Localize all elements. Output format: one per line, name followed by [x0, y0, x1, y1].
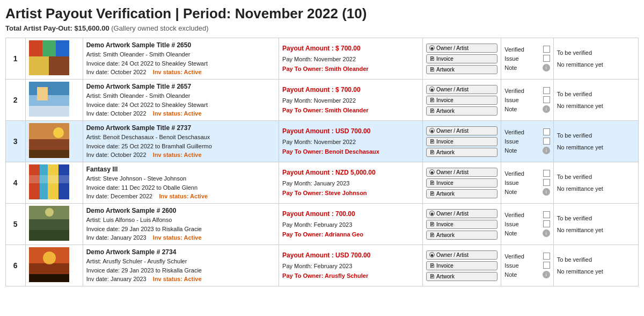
svg-rect-21	[29, 175, 69, 183]
payout-info-3: Payout Amount : USD 700.00 Pay Month: No…	[279, 121, 423, 162]
payout-amount-1: Payout Amount : $ 700.00	[282, 43, 419, 54]
svg-point-26	[45, 208, 54, 217]
invoice-button-1[interactable]: 🖹 Invoice	[426, 54, 497, 63]
owner-artist-button-3[interactable]: ◉ Owner / Artist	[426, 126, 497, 135]
note-info-icon-3[interactable]: i	[543, 147, 550, 154]
owner-icon-2: ◉	[429, 87, 435, 92]
check-col-1: Verified Issue Note i	[501, 38, 553, 80]
status1-3: To be verified	[557, 130, 635, 141]
artwork-thumbnail-1	[25, 38, 83, 80]
owner-artist-button-4[interactable]: ◉ Owner / Artist	[426, 168, 497, 177]
payout-table: 1 Demo Artwork Sample Title # 2650 Artis…	[5, 38, 639, 286]
note-info-icon-4[interactable]: i	[543, 188, 550, 196]
owner-artist-button-1[interactable]: ◉ Owner / Artist	[426, 44, 497, 53]
issue-checkbox-6[interactable]	[543, 262, 550, 269]
note-info-icon-2[interactable]: i	[543, 105, 550, 113]
svg-point-31	[43, 252, 56, 264]
status1-6: To be verified	[557, 254, 635, 265]
owner-artist-button-6[interactable]: ◉ Owner / Artist	[426, 250, 497, 260]
artwork-invstatus-1: Inv status: Active	[153, 69, 202, 75]
svg-rect-10	[37, 87, 48, 100]
owner-artist-button-5[interactable]: ◉ Owner / Artist	[426, 209, 497, 218]
status1-2: To be verified	[557, 88, 635, 100]
payout-info-5: Payout Amount : 700.00 Pay Month: Februa…	[279, 204, 423, 245]
payout-info-6: Payout Amount : USD 700.00 Pay Month: Fe…	[279, 245, 423, 286]
table-row: 1 Demo Artwork Sample Title # 2650 Artis…	[6, 38, 639, 80]
artwork-button-3[interactable]: 🖹 Artwork	[426, 148, 497, 157]
row-number-1: 1	[6, 38, 26, 80]
note-info-icon-6[interactable]: i	[543, 271, 550, 278]
artwork-invoice-2: Invoice date: 24 Oct 2022 to Sheakley St…	[86, 100, 275, 110]
pay-to-1: Pay To Owner: Smith Oleander	[282, 64, 419, 74]
invoice-button-4[interactable]: 🖹 Invoice	[426, 178, 497, 188]
status1-1: To be verified	[557, 47, 635, 59]
page-title: Artist Payout Verification | Period: Nov…	[5, 5, 639, 22]
artwork-invdate-6: Inv date: January 2023 Inv status: Activ…	[86, 275, 275, 284]
row-number-4: 4	[6, 162, 26, 204]
verified-checkbox-5[interactable]	[543, 211, 550, 218]
invoice-button-5[interactable]: 🖹 Invoice	[426, 220, 497, 229]
artwork-thumbnail-4	[25, 162, 83, 204]
subtitle: Total Artist Pay-Out: $15,600.00 (Galler…	[5, 24, 639, 32]
verified-checkbox-1[interactable]	[543, 46, 550, 53]
action-buttons-2: ◉ Owner / Artist 🖹 Invoice 🖹 Artwork	[423, 80, 501, 121]
status2-5: No remittance yet	[557, 224, 635, 236]
verified-label-3: Verified	[504, 129, 527, 135]
artwork-button-2[interactable]: 🖹 Artwork	[426, 106, 497, 116]
svg-rect-9	[29, 106, 69, 117]
owner-icon-6: ◉	[429, 252, 435, 257]
note-info-icon-5[interactable]: i	[543, 229, 550, 237]
artwork-thumbnail-3	[25, 121, 83, 162]
artwork-button-4[interactable]: 🖹 Artwork	[426, 189, 497, 198]
artwork-button-1[interactable]: 🖹 Artwork	[426, 65, 497, 74]
invoice-button-2[interactable]: 🖹 Invoice	[426, 96, 497, 105]
subtitle-note: (Gallery owned stock excluded)	[111, 24, 208, 32]
issue-checkbox-5[interactable]	[543, 220, 550, 227]
pay-month-3: Pay Month: November 2022	[282, 137, 419, 147]
invoice-button-3[interactable]: 🖹 Invoice	[426, 137, 497, 146]
artwork-invoice-1: Invoice date: 24 Oct 2022 to Sheakley St…	[86, 59, 275, 68]
artwork-invoice-6: Invoice date: 29 Jan 2023 to Riskalla Gr…	[86, 266, 275, 275]
total-payout: Total Artist Pay-Out: $15,600.00	[5, 24, 109, 32]
table-row: 5 Demo Artwork Sample # 2600 Artist: Lui…	[6, 204, 639, 245]
issue-checkbox-3[interactable]	[543, 138, 550, 145]
issue-checkbox-1[interactable]	[543, 55, 550, 62]
action-buttons-3: ◉ Owner / Artist 🖹 Invoice 🖹 Artwork	[423, 121, 501, 162]
svg-rect-25	[29, 230, 69, 241]
verified-checkbox-2[interactable]	[543, 87, 550, 94]
verified-checkbox-3[interactable]	[543, 128, 550, 135]
action-buttons-6: ◉ Owner / Artist 🖹 Invoice 🖹 Artwork	[423, 245, 501, 286]
invoice-icon-4: 🖹	[429, 180, 435, 186]
status2-3: No remittance yet	[557, 141, 635, 153]
pay-to-2: Pay To Owner: Smith Oleander	[282, 105, 419, 116]
issue-checkbox-2[interactable]	[543, 96, 550, 103]
svg-rect-1	[29, 40, 42, 56]
svg-rect-8	[29, 95, 69, 106]
invoice-button-6[interactable]: 🖹 Invoice	[426, 261, 497, 270]
pay-to-6: Pay To Owner: Arusfly Schuler	[282, 271, 419, 281]
artwork-thumbnail-6	[25, 245, 83, 286]
verified-checkbox-6[interactable]	[543, 253, 550, 260]
payout-info-1: Payout Amount : $ 700.00 Pay Month: Nove…	[279, 38, 423, 80]
artwork-icon-2: 🖹	[429, 108, 435, 114]
issue-checkbox-4[interactable]	[543, 179, 550, 186]
row-number-3: 3	[6, 121, 26, 162]
pay-to-3: Pay To Owner: Benoit Deschasaux	[282, 147, 419, 157]
artwork-detail-5: Demo Artwork Sample # 2600 Artist: Luis …	[83, 204, 279, 245]
svg-rect-14	[29, 150, 69, 158]
status-col-3: To be verified No remittance yet	[553, 121, 638, 162]
artwork-detail-1: Demo Artwork Sample Title # 2650 Artist:…	[83, 38, 279, 80]
row-number-5: 5	[6, 204, 26, 245]
artwork-button-6[interactable]: 🖹 Artwork	[426, 272, 497, 281]
issue-label-1: Issue	[504, 55, 527, 62]
issue-label-3: Issue	[504, 138, 527, 145]
svg-rect-24	[29, 219, 69, 230]
artwork-invoice-3: Invoice date: 25 Oct 2022 to Bramhall Gu…	[86, 142, 275, 151]
verified-checkbox-4[interactable]	[543, 170, 550, 177]
pay-month-4: Pay Month: January 2023	[282, 178, 419, 189]
svg-rect-2	[42, 40, 56, 56]
owner-artist-button-2[interactable]: ◉ Owner / Artist	[426, 85, 497, 94]
note-info-icon-1[interactable]: i	[543, 64, 550, 71]
status1-4: To be verified	[557, 171, 635, 183]
artwork-button-5[interactable]: 🖹 Artwork	[426, 231, 497, 240]
